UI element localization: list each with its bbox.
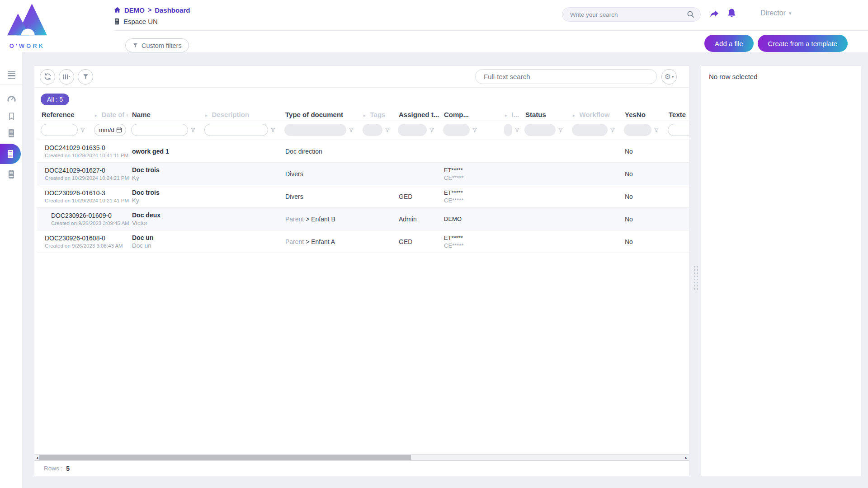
filter-cell-yesno [620, 121, 664, 140]
scrollbar-thumb[interactable] [39, 455, 411, 460]
column-header-tags[interactable]: ▸Tags [359, 109, 394, 121]
filter-funnel-icon[interactable] [349, 127, 354, 133]
table-row[interactable]: DOC241029-01635-0Created on 10/29/2024 1… [37, 140, 689, 163]
chevron-down-icon: ▾ [789, 10, 792, 16]
filter-funnel-icon[interactable] [654, 127, 659, 133]
column-header-assigned[interactable]: Assigned t... [394, 109, 439, 121]
all-count-chip[interactable]: All : 5 [41, 94, 69, 105]
cell-status [521, 163, 568, 185]
filter-input-texte[interactable] [668, 124, 689, 136]
filter-funnel-icon[interactable] [472, 127, 477, 133]
document-subname: Ky [132, 197, 196, 204]
document-name: Doc trois [132, 166, 196, 174]
cell-type: Parent > Enfant A [281, 230, 359, 253]
date-filter-input[interactable]: mm/d [94, 124, 126, 136]
cell-reference: wDOC230926-01609-0Created on 9/26/2023 3… [37, 208, 90, 230]
menu-icon[interactable] [0, 64, 23, 80]
document-reference[interactable]: DOC241029-01627-0 [45, 167, 129, 174]
table-settings-button[interactable]: ⚙ ▾ [661, 69, 677, 84]
column-header-status[interactable]: Status [521, 109, 568, 121]
cell-workflow [568, 140, 620, 163]
document-reference[interactable]: DOC230926-01608-0 [45, 235, 123, 242]
cell-name: Doc unDoc un [127, 230, 201, 253]
sidebar-item-bookmarks[interactable] [0, 108, 23, 125]
filter-funnel-icon[interactable] [270, 127, 276, 133]
document-subname: Ky [132, 174, 196, 181]
home-icon[interactable] [113, 6, 121, 14]
documents-table-card: ⚙ ▾ All : 5 Reference▸Date of cr...Name▸… [34, 66, 689, 476]
breadcrumb-root[interactable]: DEMO [124, 6, 145, 14]
fulltext-search-input[interactable] [475, 69, 657, 84]
sidebar-item-documents-active[interactable] [0, 144, 21, 164]
table-toolbar: ⚙ ▾ [34, 66, 689, 88]
filter-input-reference[interactable] [41, 124, 78, 136]
bell-icon[interactable] [726, 8, 737, 21]
column-header-type[interactable]: Type of document [281, 109, 359, 121]
filter-funnel-icon[interactable] [80, 127, 85, 133]
documents-table: Reference▸Date of cr...Name▸DescriptionT… [34, 109, 689, 253]
expand-column-icon[interactable]: ▸ [205, 113, 208, 118]
breadcrumb-current[interactable]: Dashboard [155, 6, 190, 14]
document-name: owork ged 1 [132, 148, 196, 155]
filter-funnel-icon[interactable] [514, 127, 520, 133]
share-icon[interactable] [709, 9, 720, 20]
document-reference[interactable]: DOC230926-01610-3 [45, 189, 129, 197]
column-header-company[interactable]: Comp... [439, 109, 500, 121]
expand-column-icon[interactable]: ▸ [95, 113, 98, 118]
filter-funnel-icon[interactable] [190, 127, 196, 133]
column-header-reference[interactable]: Reference [37, 109, 90, 121]
filter-funnel-icon[interactable] [610, 127, 615, 133]
user-menu[interactable]: Director ▾ [760, 9, 792, 17]
table-row[interactable]: wDOC230926-01609-0Created on 9/26/2023 3… [37, 208, 689, 230]
cell-assigned [394, 163, 439, 185]
cell-description [201, 208, 281, 230]
filter-funnel-icon[interactable] [558, 127, 563, 133]
top-actions: Add a file Create from a template [704, 35, 848, 52]
column-header-yesno[interactable]: YesNo [620, 109, 664, 121]
custom-filters-button[interactable]: Custom filters [125, 38, 189, 52]
column-header-i[interactable]: ▸I... [500, 109, 521, 121]
document-reference[interactable]: DOC241029-01635-0 [45, 144, 128, 151]
filter-input-name[interactable] [131, 124, 188, 136]
global-search-input[interactable] [562, 11, 687, 18]
filter-funnel-icon[interactable] [385, 127, 390, 133]
app-logo[interactable]: O'WORK [5, 3, 49, 49]
column-header-description[interactable]: ▸Description [201, 109, 281, 121]
search-icon[interactable] [687, 10, 695, 19]
panel-resize-handle[interactable] [693, 266, 698, 292]
expand-column-icon[interactable]: ▸ [363, 113, 366, 118]
column-header-texte[interactable]: Texte [664, 109, 689, 121]
type-value: Divers [285, 193, 303, 200]
cell-tags [359, 230, 394, 253]
columns-button[interactable] [59, 69, 74, 84]
create-from-template-button[interactable]: Create from a template [758, 35, 848, 52]
add-file-button[interactable]: Add a file [704, 35, 754, 52]
calendar-icon[interactable] [116, 127, 122, 133]
sidebar-item-archive[interactable] [0, 166, 23, 183]
table-row[interactable]: DOC230926-01610-3Created on 10/29/2024 1… [37, 185, 689, 208]
sidebar-item-dashboard[interactable] [0, 90, 23, 108]
filter-button[interactable] [78, 69, 93, 84]
cell-texte [664, 163, 689, 185]
cell-yesno: No [620, 208, 664, 230]
table-row[interactable]: DOC230926-01608-0Created on 9/26/2023 3:… [37, 230, 689, 253]
column-header-date_created[interactable]: ▸Date of cr... [90, 109, 127, 121]
document-reference[interactable]: DOC230926-01609-0 [51, 212, 129, 219]
filter-funnel-icon[interactable] [429, 127, 434, 133]
column-header-name[interactable]: Name [127, 109, 201, 121]
expand-column-icon[interactable]: ▸ [505, 113, 508, 118]
cell-name: Doc troisKy [127, 185, 201, 208]
cell-assigned: GED [394, 185, 439, 208]
scroll-right-icon[interactable]: ▸ [684, 455, 689, 460]
filter-cell-reference [37, 121, 90, 140]
horizontal-scrollbar[interactable]: ◂ ▸ [34, 454, 689, 461]
column-header-workflow[interactable]: ▸Workflow [568, 109, 620, 121]
sidebar-item-library[interactable] [0, 125, 23, 142]
table-row[interactable]: DOC241029-01627-0Created on 10/29/2024 1… [37, 163, 689, 185]
scroll-left-icon[interactable]: ◂ [35, 455, 39, 460]
expand-column-icon[interactable]: ▸ [573, 113, 576, 118]
refresh-button[interactable] [40, 69, 55, 84]
cell-type: Doc direction [281, 140, 359, 163]
chevron-down-icon: ▾ [672, 75, 674, 79]
filter-input-description[interactable] [204, 124, 268, 136]
